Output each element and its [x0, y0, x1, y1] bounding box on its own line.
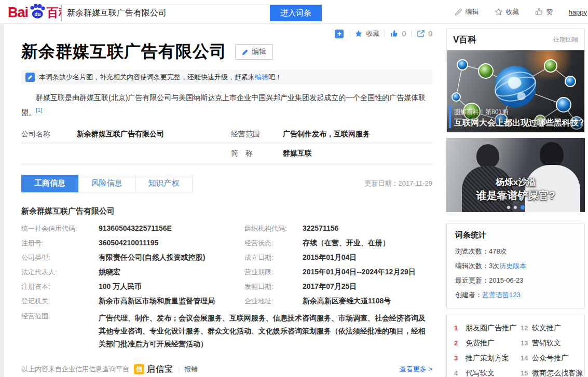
info-label: 法定代表人: [21, 265, 99, 280]
vbaike-header: V百科 往期回顾 [447, 29, 584, 50]
hot-search-label: 软文推广 [532, 324, 561, 333]
tab-business-info[interactable]: 工商信息 [21, 175, 78, 192]
header-favorite-label: 收藏 [506, 7, 519, 17]
info-value: 2015年01月04日 [303, 250, 432, 265]
pencil-icon [242, 49, 249, 55]
info-value: 2015年01月04日--2024年12月29日 [303, 265, 432, 280]
qixinbao-logo[interactable]: 信 启信宝 [134, 364, 173, 375]
reference-link[interactable]: [1] [36, 107, 42, 113]
hot-search-item[interactable]: 14公众号推广 [521, 351, 584, 366]
carousel-dot[interactable] [507, 206, 510, 209]
collect-button[interactable]: 收藏 [354, 29, 379, 38]
hot-search-rank: 15 [521, 369, 529, 377]
collect-label: 收藏 [366, 29, 379, 38]
edit-entry-button[interactable]: 编辑 [235, 44, 273, 60]
search-input[interactable] [61, 5, 270, 21]
notice-post: 吧！ [268, 73, 282, 81]
notice-pencil-icon [25, 73, 35, 82]
top-actions: 编辑 收藏 赞 happy [455, 0, 588, 24]
thumb-up-outline-icon [535, 8, 543, 16]
like-button[interactable]: 0 [390, 30, 406, 38]
creator-link[interactable]: 蓝萱语笛123 [482, 291, 521, 299]
header-favorite-action[interactable]: 收藏 [495, 7, 519, 17]
infobox-label: 简 称 [231, 149, 283, 158]
hot-search-item[interactable]: 1朋友圈广告推广 [454, 320, 521, 336]
share-icon [417, 30, 425, 38]
info-label: 成立日期: [244, 250, 303, 265]
vbaike-title: V百科 [453, 34, 476, 46]
view-more-link[interactable]: 查看更多 > [400, 365, 432, 374]
star-promo-card[interactable]: 杨烁x沙溢 谁是靠谱铲屎官? [446, 138, 585, 212]
vbaike-feature-image[interactable]: 图解百科丨第801期 互联网大会上都出现过哪些黑科技? [447, 50, 584, 132]
info-value: 存续（在营、开业、在册） [303, 236, 432, 250]
baike-page: Bai du 百科 进入词条 编辑 收藏 [0, 0, 588, 377]
stats-value: 478次 [489, 247, 507, 255]
vbaike-caption: 图解百科丨第801期 互联网大会上都出现过哪些黑科技? [447, 106, 584, 132]
sidebar: V百科 往期回顾 [446, 29, 585, 377]
star-card-line1: 杨烁x沙溢 [446, 176, 585, 188]
pencil-icon [455, 8, 462, 16]
add-to-button[interactable]: + [335, 30, 344, 38]
hot-search-rank: 12 [521, 324, 529, 332]
business-info-grid: 统一社会信用代码:91360504322571156E组织机构代码:322571… [21, 221, 432, 309]
hot-search-item[interactable]: 3推广策划方案 [454, 351, 521, 366]
carousel-dot-active[interactable] [521, 205, 525, 210]
user-link[interactable]: happy [569, 8, 587, 16]
info-value: 322571156 [303, 221, 432, 236]
edit-entry-label: 编辑 [252, 47, 266, 57]
info-value: 100 万人民币 [99, 280, 244, 294]
main-content: + 收藏 0 0 新余群媒互联广告有限公司 编辑 [21, 29, 432, 377]
share-count: 0 [428, 30, 432, 38]
info-tabs: 工商信息 风险信息 知识产权 更新日期：2017-11-29 [21, 175, 432, 192]
report-error-link[interactable]: 报错 [184, 365, 198, 374]
infobox-value: 广告制作发布，互联网服务 [283, 130, 432, 139]
hot-search-label: 代写软文 [466, 369, 495, 377]
basic-infobox: 公司名称 新余群媒互联广告有限公司 经营范围 广告制作发布，互联网服务 简 称 … [21, 125, 432, 163]
baidu-paw-icon: du [29, 3, 46, 20]
infobox-value: 群媒互联 [283, 149, 432, 158]
qixinbao-name: 启信宝 [147, 364, 173, 375]
company-name-heading: 新余群媒互联广告有限公司 [21, 206, 432, 216]
hot-search-rank: 1 [454, 324, 462, 332]
tab-intellectual-property[interactable]: 知识产权 [135, 175, 193, 192]
hot-search-item[interactable]: 13营销软文 [521, 336, 584, 351]
summary-text: 群媒互联是由群媒互联(北京)广告有限公司与美国纳斯达克上市企业中国兴邦产业集团发… [21, 93, 426, 117]
divider [385, 30, 385, 37]
like-count: 0 [402, 30, 406, 38]
qixinbao-icon: 信 [134, 364, 144, 374]
tab-risk-info[interactable]: 风险信息 [78, 175, 135, 192]
update-date: 更新日期：2017-11-29 [364, 179, 432, 188]
header-like-action[interactable]: 赞 [535, 7, 553, 17]
stats-value: 3次 [489, 262, 499, 270]
history-versions-link[interactable]: 历史版本 [499, 262, 526, 270]
info-label: 发照日期: [244, 280, 303, 294]
info-label: 组织机构代码: [244, 221, 303, 236]
notice-bar: 本词条缺少名片图，补充相关内容使词条更完整，还能快速升级，赶紧来编辑吧！ [21, 70, 432, 85]
info-label: 企业地址: [244, 294, 303, 309]
info-value: 姚晓宏 [99, 265, 244, 280]
hot-search-item[interactable]: 12软文推广 [521, 320, 584, 336]
business-scope-row: 经营范围: 广告代理、制作、发布；会议会展服务、互联网服务、信息技术咨询服务、市… [21, 309, 432, 353]
hot-search-label: 推广策划方案 [466, 354, 509, 363]
vbaike-past-issues-link[interactable]: 往期回顾 [553, 35, 578, 44]
enter-entry-button[interactable]: 进入词条 [270, 5, 322, 21]
header-edit-action[interactable]: 编辑 [455, 7, 479, 17]
carousel-dot[interactable] [514, 206, 517, 209]
hot-search-rank: 13 [521, 339, 529, 347]
info-label: 统一社会信用代码: [21, 221, 99, 236]
notice-edit-link[interactable]: 编辑 [255, 73, 268, 81]
star-card-caption: 杨烁x沙溢 谁是靠谱铲屎官? [446, 176, 585, 203]
info-label: 经营范围: [21, 309, 99, 353]
logo-bai: Bai [8, 5, 28, 20]
divider [349, 30, 349, 37]
stats-label: 最近更新： [455, 276, 489, 284]
hot-search-item[interactable]: 4代写软文 [454, 366, 521, 377]
share-button[interactable]: 0 [417, 30, 432, 38]
blue-accent-bar [449, 105, 451, 128]
left-gutter [0, 24, 4, 377]
hot-search-label: 免费推广 [466, 339, 495, 348]
hot-search-item[interactable]: 2免费推广 [454, 336, 521, 351]
stats-views-row: 浏览次数：478次 [455, 244, 576, 259]
hot-search-item[interactable]: 15微商怎么找客源 [521, 366, 584, 377]
star-outline-icon [495, 8, 503, 16]
